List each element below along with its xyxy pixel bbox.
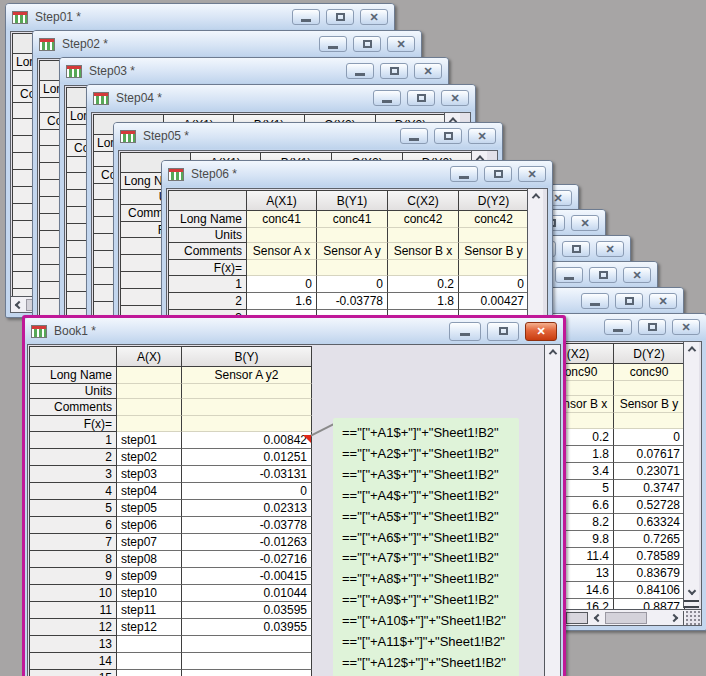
- cell[interactable]: step11: [117, 602, 182, 619]
- cell[interactable]: Sensor A x: [247, 243, 317, 260]
- minimize-button[interactable]: [373, 90, 401, 106]
- close-button[interactable]: ✕: [649, 293, 677, 309]
- cell[interactable]: Sensor A y2: [182, 367, 312, 384]
- close-button[interactable]: ✕: [518, 166, 546, 182]
- row-number[interactable]: 15: [30, 670, 117, 676]
- cell[interactable]: [182, 416, 312, 432]
- cell[interactable]: 0: [182, 483, 312, 500]
- titlebar[interactable]: Step05 *✕: [114, 123, 502, 149]
- cell[interactable]: -0.01263: [182, 534, 312, 551]
- row-number[interactable]: 9: [30, 568, 117, 585]
- cell[interactable]: -0.03778: [317, 293, 388, 310]
- row-label[interactable]: Long Name: [169, 211, 247, 228]
- row-label[interactable]: Units: [169, 228, 247, 243]
- cell[interactable]: step07: [117, 534, 182, 551]
- row-number[interactable]: 5: [30, 500, 117, 517]
- cell[interactable]: step03: [117, 466, 182, 483]
- minimize-button[interactable]: [450, 166, 478, 182]
- scroll-down-button[interactable]: [684, 584, 699, 598]
- cell[interactable]: -0.00415: [182, 568, 312, 585]
- cell[interactable]: conc42: [459, 211, 529, 228]
- cell[interactable]: [117, 367, 182, 384]
- column-header[interactable]: C(X2): [388, 191, 459, 211]
- cell[interactable]: 1.8: [388, 293, 459, 310]
- cell[interactable]: 0.2: [388, 276, 459, 293]
- titlebar[interactable]: Step06 *✕: [162, 161, 552, 187]
- cell[interactable]: 0.23071: [614, 463, 685, 480]
- cell[interactable]: step12: [117, 619, 182, 636]
- cell[interactable]: Sensor A y: [317, 243, 388, 260]
- row-number[interactable]: 8: [30, 551, 117, 568]
- cell[interactable]: step04: [117, 483, 182, 500]
- vertical-scrollbar[interactable]: [683, 342, 699, 608]
- close-button[interactable]: ✕: [672, 319, 700, 335]
- cell[interactable]: 0.02313: [182, 500, 312, 517]
- row-label[interactable]: Comments: [169, 243, 247, 260]
- cell[interactable]: [182, 636, 312, 653]
- corner-cell[interactable]: [169, 191, 247, 211]
- cell[interactable]: 0: [459, 276, 529, 293]
- minimize-button[interactable]: [319, 36, 347, 52]
- cell[interactable]: [614, 413, 685, 429]
- restore-button[interactable]: [380, 63, 408, 79]
- cell[interactable]: [182, 653, 312, 670]
- cell[interactable]: Sensor B x: [388, 243, 459, 260]
- cell[interactable]: step09: [117, 568, 182, 585]
- cell[interactable]: Sensor B y: [614, 396, 685, 413]
- row-number[interactable]: 11: [30, 602, 117, 619]
- row-number[interactable]: 3: [30, 466, 117, 483]
- restore-button[interactable]: [326, 9, 354, 25]
- cell[interactable]: step05: [117, 500, 182, 517]
- close-button[interactable]: ✕: [468, 128, 496, 144]
- cell[interactable]: 0.03955: [182, 619, 312, 636]
- close-button[interactable]: ✕: [387, 36, 415, 52]
- row-number[interactable]: 7: [30, 534, 117, 551]
- pane-splitter-handle[interactable]: [566, 612, 588, 624]
- minimize-button[interactable]: [400, 128, 428, 144]
- titlebar[interactable]: Step02 *✕: [33, 31, 421, 57]
- cell[interactable]: [459, 260, 529, 276]
- cell[interactable]: [388, 228, 459, 243]
- titlebar[interactable]: Step03 *✕: [60, 58, 448, 84]
- minimize-button[interactable]: [292, 9, 320, 25]
- row-number[interactable]: 1: [30, 432, 117, 449]
- restore-button[interactable]: [615, 293, 643, 309]
- cell[interactable]: 0.03595: [182, 602, 312, 619]
- scroll-right-button[interactable]: [666, 611, 681, 625]
- cell[interactable]: -0.03131: [182, 466, 312, 483]
- restore-button[interactable]: [562, 241, 590, 257]
- column-header[interactable]: B(Y1): [317, 191, 388, 211]
- row-label[interactable]: Units: [30, 384, 117, 399]
- restore-button[interactable]: [487, 322, 519, 341]
- cell[interactable]: conc42: [388, 211, 459, 228]
- cell[interactable]: step01: [117, 432, 182, 449]
- cell[interactable]: 0: [317, 276, 388, 293]
- close-button[interactable]: ✕: [441, 90, 469, 106]
- close-button[interactable]: ✕: [596, 241, 624, 257]
- cell[interactable]: Sensor B y: [459, 243, 529, 260]
- row-number[interactable]: 14: [30, 653, 117, 670]
- cell[interactable]: 0.78589: [614, 548, 685, 565]
- cell[interactable]: 0.52728: [614, 497, 685, 514]
- cell[interactable]: [117, 636, 182, 653]
- cell[interactable]: [247, 260, 317, 276]
- cell[interactable]: conc41: [247, 211, 317, 228]
- row-number[interactable]: 2: [169, 293, 247, 310]
- titlebar[interactable]: Book1 * ✕: [25, 318, 563, 344]
- cell[interactable]: [117, 416, 182, 432]
- cell[interactable]: -0.02716: [182, 551, 312, 568]
- scroll-up-button[interactable]: [528, 189, 543, 203]
- scroll-thumb[interactable]: [605, 612, 647, 624]
- row-label[interactable]: F(x)=: [169, 260, 247, 276]
- close-button[interactable]: ✕: [414, 63, 442, 79]
- column-header[interactable]: D(Y2): [614, 344, 685, 364]
- cell[interactable]: step08: [117, 551, 182, 568]
- row-number[interactable]: 6: [30, 517, 117, 534]
- cell[interactable]: -0.03778: [182, 517, 312, 534]
- cell[interactable]: [388, 260, 459, 276]
- cell[interactable]: 0.00427: [459, 293, 529, 310]
- cell[interactable]: [317, 228, 388, 243]
- row-number[interactable]: 2: [30, 449, 117, 466]
- cell[interactable]: 0.01251: [182, 449, 312, 466]
- cell[interactable]: 0.01044: [182, 585, 312, 602]
